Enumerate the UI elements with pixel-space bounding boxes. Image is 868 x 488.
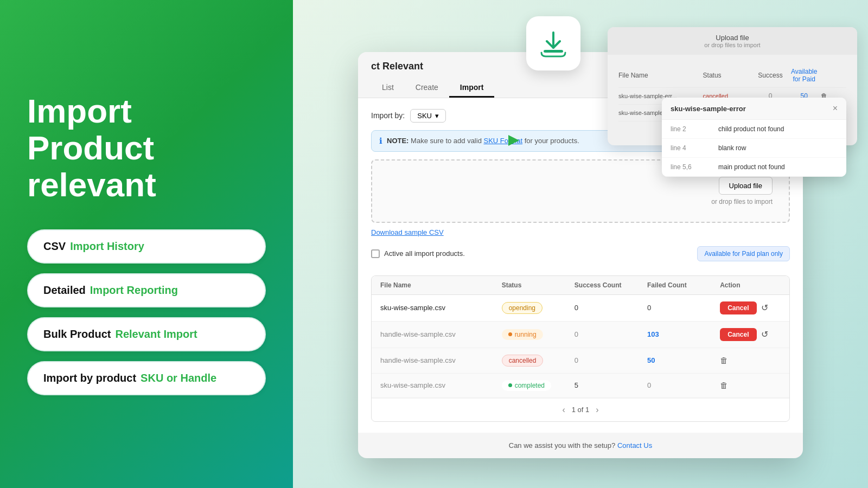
feature-sku-label: Import by product bbox=[43, 372, 136, 384]
drop-text: or drop files to import bbox=[711, 198, 773, 206]
bg-th-failed: Available for Paid bbox=[787, 68, 821, 83]
feature-sku: Import by product SKU or Handle bbox=[27, 361, 266, 395]
note-content: NOTE: Make sure to add valid SKU Format … bbox=[387, 137, 579, 145]
error-popup-title: sku-wise-sample-error bbox=[671, 105, 746, 113]
row1-action: Cancel ↺ bbox=[720, 301, 781, 314]
row1-success: 0 bbox=[575, 304, 647, 312]
upload-file-button[interactable]: Upload file bbox=[719, 177, 773, 195]
feature-csv-green: Import History bbox=[70, 240, 144, 253]
row2-cancel-button[interactable]: Cancel bbox=[720, 328, 756, 341]
import-by-label: Import by: bbox=[371, 111, 405, 120]
bg-upload-sub: or drop files to import bbox=[618, 42, 846, 48]
row3-filename: handle-wise-sample.csv bbox=[380, 356, 502, 364]
tab-create[interactable]: Create bbox=[405, 79, 449, 98]
row3-action: 🗑 bbox=[720, 356, 781, 365]
active-text: Active all import products. bbox=[384, 249, 465, 258]
page-info: 1 of 1 bbox=[572, 406, 590, 414]
error-row-2: line 4 blank row bbox=[662, 139, 846, 158]
footer: Can we assist you with the setup? Contac… bbox=[358, 433, 803, 458]
paid-plan-badge: Available for Paid plan only bbox=[697, 246, 790, 261]
row1-status-badge: opending bbox=[502, 302, 542, 314]
th-success: Success Count bbox=[575, 281, 647, 289]
bg-th-success: Success bbox=[754, 72, 787, 79]
error-popup: sku-wise-sample-error × line 2 child pro… bbox=[662, 98, 846, 177]
error-line-3: line 5,6 bbox=[671, 163, 718, 171]
sku-select[interactable]: SKU ▾ bbox=[410, 109, 446, 123]
error-msg-3: main product not found bbox=[718, 163, 838, 171]
app-icon bbox=[526, 16, 580, 70]
row2-action: Cancel ↺ bbox=[720, 328, 781, 341]
active-checkbox[interactable] bbox=[371, 249, 380, 258]
row3-status-badge: cancelled bbox=[502, 355, 544, 367]
row2-success: 0 bbox=[575, 330, 647, 338]
row4-filename: sku-wise-sample.csv bbox=[380, 381, 502, 389]
row3-success: 0 bbox=[575, 356, 647, 364]
feature-csv: CSV Import History bbox=[27, 229, 266, 264]
bg-upload-title: Upload file bbox=[618, 34, 846, 42]
dot-completed bbox=[508, 383, 512, 387]
feature-sku-green: SKU or Handle bbox=[141, 372, 216, 384]
import-table: File Name Status Success Count Failed Co… bbox=[371, 275, 790, 422]
tab-import[interactable]: Import bbox=[449, 79, 495, 98]
bg-th-status: Status bbox=[703, 72, 754, 79]
chevron-down-icon: ▾ bbox=[435, 112, 439, 120]
table-row-2: handle-wise-sample.csv running 0 103 Can… bbox=[372, 322, 789, 348]
feature-reporting: Detailed Import Reporting bbox=[27, 273, 266, 307]
next-page-button[interactable]: › bbox=[596, 405, 598, 415]
info-icon: ℹ bbox=[379, 136, 382, 146]
row2-failed: 103 bbox=[647, 330, 720, 338]
contact-us-link[interactable]: Contact Us bbox=[617, 441, 652, 450]
table-header: File Name Status Success Count Failed Co… bbox=[372, 276, 789, 295]
right-panel: Upload file or drop files to import File… bbox=[293, 0, 868, 488]
error-row-1: line 2 child product not found bbox=[662, 120, 846, 139]
sku-value: SKU bbox=[417, 112, 432, 120]
th-action: Action bbox=[720, 281, 781, 289]
bg-table-header: File Name Status Success Available for P… bbox=[618, 63, 846, 88]
row2-refresh-button[interactable]: ↺ bbox=[761, 329, 768, 339]
error-line-1: line 2 bbox=[671, 125, 718, 133]
row4-delete-button[interactable]: 🗑 bbox=[720, 381, 728, 390]
dot-running bbox=[508, 332, 512, 336]
error-msg-2: blank row bbox=[718, 144, 838, 152]
import-arrow bbox=[506, 132, 522, 151]
feature-reporting-green: Import Reporting bbox=[90, 284, 178, 297]
row1-cancel-button[interactable]: Cancel bbox=[720, 301, 756, 314]
close-error-popup-button[interactable]: × bbox=[833, 104, 838, 113]
th-failed: Failed Count bbox=[647, 281, 720, 289]
pagination: ‹ 1 of 1 › bbox=[372, 398, 789, 421]
table-row-4: sku-wise-sample.csv completed 5 0 🗑 bbox=[372, 374, 789, 398]
left-panel: ImportProductrelevant CSV Import History… bbox=[0, 0, 293, 488]
svg-rect-1 bbox=[544, 50, 563, 53]
error-row-3: line 5,6 main product not found bbox=[662, 158, 846, 177]
table-row-3: handle-wise-sample.csv cancelled 0 50 🗑 bbox=[372, 348, 789, 374]
download-sample-link[interactable]: Download sample CSV bbox=[371, 228, 790, 236]
row1-filename: sku-wise-sample.csv bbox=[380, 304, 502, 312]
row4-failed: 0 bbox=[647, 381, 720, 389]
row2-filename: handle-wise-sample.csv bbox=[380, 330, 502, 338]
active-label: Active all import products. bbox=[371, 249, 465, 258]
bg-th-filename: File Name bbox=[618, 72, 703, 79]
feature-reporting-label: Detailed bbox=[43, 284, 86, 297]
table-row-1: sku-wise-sample.csv opending 0 0 Cancel … bbox=[372, 295, 789, 322]
feature-bulk: Bulk Product Relevant Import bbox=[27, 317, 266, 351]
row3-status: cancelled bbox=[502, 355, 575, 367]
row1-refresh-button[interactable]: ↺ bbox=[761, 303, 768, 313]
bg-window-header: Upload file or drop files to import bbox=[608, 27, 857, 55]
row3-delete-button[interactable]: 🗑 bbox=[720, 356, 728, 365]
row3-failed: 50 bbox=[647, 356, 720, 364]
feature-bulk-label: Bulk Product bbox=[43, 328, 111, 341]
active-products-row: Active all import products. Available fo… bbox=[371, 246, 790, 267]
error-msg-1: child product not found bbox=[718, 125, 838, 133]
th-status: Status bbox=[502, 281, 575, 289]
feature-bulk-green: Relevant Import bbox=[115, 328, 197, 341]
tab-list[interactable]: List bbox=[371, 79, 405, 98]
hero-title: ImportProductrelevant bbox=[27, 93, 266, 204]
feature-csv-label: CSV bbox=[43, 240, 66, 253]
error-popup-header: sku-wise-sample-error × bbox=[662, 98, 846, 120]
row2-status: running bbox=[502, 329, 575, 340]
prev-page-button[interactable]: ‹ bbox=[562, 405, 565, 415]
row4-action: 🗑 bbox=[720, 381, 781, 390]
row4-status: completed bbox=[502, 380, 575, 391]
row2-status-badge: running bbox=[502, 329, 543, 340]
th-filename: File Name bbox=[380, 281, 502, 289]
